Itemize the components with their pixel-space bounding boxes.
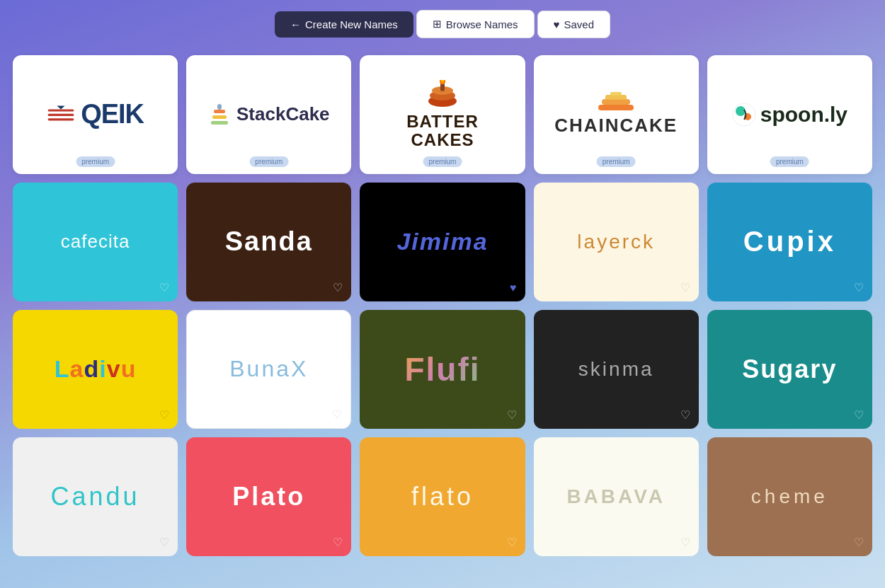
heart-cupix[interactable]: ♡ (854, 281, 864, 294)
heart-cheme[interactable]: ♡ (854, 536, 864, 549)
battercakes-text: BATTERCAKES (406, 113, 479, 150)
card-sanda[interactable]: Sanda ♡ (186, 183, 351, 301)
svg-rect-0 (48, 109, 74, 111)
flato-text: flato (411, 482, 474, 512)
svg-rect-17 (605, 95, 627, 100)
browse-names-button[interactable]: ⊞ Browse Names (416, 10, 535, 38)
chaincake-text: CHAINCAKE (554, 115, 678, 137)
heart-flufi[interactable]: ♡ (507, 408, 517, 422)
babava-text: BABAVA (566, 485, 666, 508)
heart-sanda[interactable]: ♡ (333, 281, 343, 294)
premium-badge-battercakes: premium (423, 156, 462, 167)
cafecita-text: cafecita (61, 231, 130, 253)
jimima-text: Jimima (396, 228, 488, 255)
card-battercakes[interactable]: BATTERCAKES premium (360, 55, 525, 174)
svg-point-19 (733, 103, 755, 126)
svg-rect-16 (602, 99, 630, 105)
ladivu-text: Ladivu (55, 355, 137, 383)
card-sugary[interactable]: Sugary ♡ (707, 310, 872, 429)
card-flufi[interactable]: Flufi ♡ (360, 310, 525, 429)
card-ladivu[interactable]: Ladivu ♡ (13, 310, 178, 429)
heart-nav-icon: ♥ (554, 18, 560, 30)
card-chaincake[interactable]: CHAINCAKE premium (534, 55, 699, 174)
svg-rect-2 (48, 118, 74, 120)
svg-rect-15 (598, 105, 634, 110)
heart-plato[interactable]: ♡ (333, 536, 343, 549)
card-cheme[interactable]: cheme ♡ (707, 437, 872, 556)
card-jimima[interactable]: Jimima ♥ (360, 183, 525, 301)
premium-badge-stackcake: premium (249, 156, 288, 167)
create-new-names-button[interactable]: ← Create New Names (275, 11, 413, 38)
stackcake-text: StackCake (236, 103, 330, 125)
card-babava[interactable]: BABAVA ♡ (534, 437, 699, 556)
card-spoonly[interactable]: spoon.ly premium (707, 55, 872, 174)
card-qeik[interactable]: QEIK premium (13, 55, 178, 174)
heart-candu[interactable]: ♡ (159, 536, 169, 549)
skinma-text: skinma (578, 358, 654, 381)
flufi-text: Flufi (404, 350, 480, 388)
card-plato[interactable]: Plato ♡ (186, 437, 351, 556)
sugary-text: Sugary (742, 354, 837, 384)
svg-rect-6 (214, 110, 225, 113)
plato-text: Plato (232, 482, 305, 512)
card-candu[interactable]: Candu ♡ (13, 437, 178, 556)
heart-flato[interactable]: ♡ (507, 536, 517, 549)
heart-babava[interactable]: ♡ (680, 536, 690, 549)
svg-marker-3 (57, 106, 65, 110)
browse-label: Browse Names (446, 18, 518, 30)
names-grid: QEIK premium StackCake premium (0, 48, 885, 569)
heart-layerck[interactable]: ♡ (680, 281, 690, 294)
cheme-text: cheme (751, 485, 828, 508)
saved-label: Saved (564, 18, 594, 30)
heart-cafecita[interactable]: ♡ (159, 281, 169, 294)
cupix-text: Cupix (743, 226, 836, 258)
card-cupix[interactable]: Cupix ♡ (707, 183, 872, 301)
card-skinma[interactable]: skinma ♡ (534, 310, 699, 429)
premium-badge-spoonly: premium (770, 156, 809, 167)
card-layerck[interactable]: layerck ♡ (534, 183, 699, 301)
qeik-text: QEIK (81, 99, 144, 129)
top-bar: ← Create New Names ⊞ Browse Names ♥ Save… (0, 0, 885, 48)
svg-rect-1 (48, 114, 74, 116)
card-bunax[interactable]: BunaX ♡ (186, 310, 351, 429)
heart-sugary[interactable]: ♡ (854, 408, 864, 422)
bunax-text: BunaX (229, 356, 308, 382)
premium-badge-qeik: premium (76, 156, 115, 167)
grid-icon: ⊞ (433, 18, 442, 30)
card-stackcake[interactable]: StackCake premium (186, 55, 351, 174)
create-label: Create New Names (305, 18, 398, 30)
saved-button[interactable]: ♥ Saved (537, 11, 610, 38)
svg-point-20 (736, 106, 746, 116)
svg-rect-7 (217, 104, 222, 110)
layerck-text: layerck (577, 231, 655, 253)
heart-ladivu[interactable]: ♡ (159, 408, 169, 422)
heart-skinma[interactable]: ♡ (680, 408, 690, 422)
candu-text: Candu (51, 482, 140, 512)
heart-bunax[interactable]: ♡ (332, 408, 342, 421)
heart-jimima[interactable]: ♥ (510, 282, 517, 294)
svg-rect-4 (211, 121, 228, 125)
svg-rect-18 (610, 92, 622, 96)
card-flato[interactable]: flato ♡ (360, 437, 525, 556)
sanda-text: Sanda (225, 226, 313, 257)
premium-badge-chaincake: premium (597, 156, 636, 167)
arrow-left-icon: ← (290, 18, 301, 30)
card-cafecita[interactable]: cafecita ♡ (13, 183, 178, 301)
spoonly-text: spoon.ly (760, 103, 847, 127)
svg-rect-5 (212, 115, 227, 119)
